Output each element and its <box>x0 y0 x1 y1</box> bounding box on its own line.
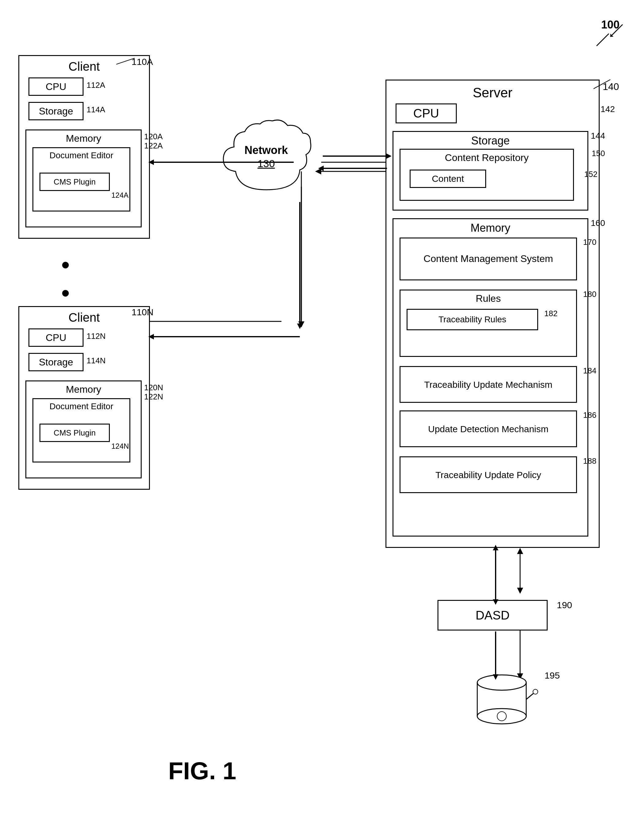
ref-120a: 120A <box>144 132 163 142</box>
diagram: 100 Client CPU 112A Storage 114A Memory … <box>0 0 644 831</box>
svg-marker-10 <box>298 322 304 328</box>
client-a-doceditor-box: Document Editor CMS Plugin 124A <box>32 147 130 212</box>
server-cpu-label: CPU <box>413 107 439 120</box>
client-n-label: Client <box>19 310 149 325</box>
client-a-memory-label: Memory <box>26 133 141 144</box>
ref-190: 190 <box>557 600 572 610</box>
svg-point-27 <box>533 689 538 694</box>
client-n-memory-box: Memory Document Editor CMS Plugin 124N <box>25 380 142 478</box>
figure-title: FIG. 1 <box>168 757 236 785</box>
rules-label: Rules <box>401 293 576 304</box>
ref-195: 195 <box>545 670 560 681</box>
svg-point-25 <box>497 712 506 721</box>
dasd-box: DASD <box>437 600 548 630</box>
svg-line-19 <box>116 58 135 64</box>
ref-122a: 122A <box>144 141 163 151</box>
svg-marker-13 <box>517 548 523 554</box>
client-n-cmsplugin-box: CMS Plugin <box>40 423 110 442</box>
client-n-doceditor-box: Document Editor CMS Plugin 124N <box>32 398 130 462</box>
network-ref: 130 <box>214 158 318 170</box>
ref-150: 150 <box>592 149 605 158</box>
svg-marker-35 <box>297 323 302 329</box>
ref-186: 186 <box>583 411 596 420</box>
client-a-cpu-box: CPU <box>29 78 84 96</box>
client-a-cmsplugin-label: CMS Plugin <box>54 177 95 187</box>
update-detection-label: Update Detection Mechanism <box>428 423 549 435</box>
server-memory-box: Memory Content Management System 170 Rul… <box>393 218 588 536</box>
server-storage-box: Storage Content Repository Content 152 1… <box>393 131 588 210</box>
ref-124n: 124N <box>111 442 129 451</box>
client-n-cpu-label: CPU <box>46 332 67 344</box>
client-a-storage-box: Storage <box>29 102 84 120</box>
ref-142: 142 <box>601 104 615 114</box>
cms-box: Content Management System <box>399 237 577 280</box>
disk-shape: 195 <box>474 673 542 742</box>
server-storage-label: Storage <box>393 134 587 147</box>
traceability-policy-box: Traceability Update Policy <box>399 456 577 493</box>
svg-point-21 <box>477 675 526 690</box>
ref-180: 180 <box>583 290 596 299</box>
client-a-cmsplugin-box: CMS Plugin <box>40 173 110 191</box>
svg-marker-14 <box>517 587 523 594</box>
ref-188: 188 <box>583 456 596 466</box>
ref-100-arrow <box>607 21 626 40</box>
ref-160: 160 <box>591 218 605 228</box>
client-a-storage-label: Storage <box>39 106 73 117</box>
ref-112n: 112N <box>87 331 105 341</box>
content-box: Content <box>410 170 486 188</box>
client-a-doceditor-label: Document Editor <box>33 151 129 161</box>
client-n-storage-label: Storage <box>39 357 73 368</box>
client-n-box: Client CPU 112N Storage 114N Memory Docu… <box>18 306 150 490</box>
traceability-update-label: Traceability Update Mechanism <box>424 379 552 390</box>
ref-122n: 122N <box>144 392 163 401</box>
traceability-rules-label: Traceability Rules <box>439 315 506 325</box>
network-cloud: Network 130 <box>214 116 318 202</box>
update-detection-box: Update Detection Mechanism <box>399 411 577 447</box>
ref-170: 170 <box>583 237 596 247</box>
ref-152: 152 <box>584 170 598 179</box>
client-a-memory-box: Memory Document Editor CMS Plugin 124A <box>25 129 142 228</box>
server-label: Server <box>386 85 599 100</box>
ellipsis-dots: •• <box>61 251 71 307</box>
content-label: Content <box>432 174 464 184</box>
server-box: Server CPU 142 Storage Content Repositor… <box>385 80 599 548</box>
content-repo-box: Content Repository Content 152 <box>399 149 574 201</box>
ref-114a: 114A <box>87 105 105 115</box>
ref-110a-line <box>116 55 141 67</box>
server-cpu-box: CPU <box>396 103 457 123</box>
ref-184: 184 <box>583 366 596 376</box>
ref-140-line <box>593 78 612 90</box>
ref-124a: 124A <box>111 191 129 199</box>
server-memory-label: Memory <box>393 221 587 234</box>
ref-144: 144 <box>591 131 605 141</box>
traceability-update-box: Traceability Update Mechanism <box>399 366 577 403</box>
client-a-cpu-label: CPU <box>46 81 67 92</box>
ref-110n: 110N <box>132 307 154 317</box>
svg-marker-33 <box>318 166 324 171</box>
client-n-cpu-box: CPU <box>29 328 84 347</box>
ref-182: 182 <box>544 309 557 318</box>
client-n-doceditor-label: Document Editor <box>33 401 129 411</box>
ref-114n: 114N <box>87 356 105 365</box>
traceability-rules-box: Traceability Rules <box>407 309 538 330</box>
disk-svg <box>474 673 542 741</box>
traceability-policy-label: Traceability Update Policy <box>435 469 541 481</box>
client-a-box: Client CPU 112A Storage 114A Memory Docu… <box>18 55 150 239</box>
client-n-storage-box: Storage <box>29 353 84 371</box>
cms-label: Content Management System <box>423 253 553 265</box>
svg-line-20 <box>593 80 611 89</box>
client-n-cmsplugin-label: CMS Plugin <box>54 428 95 438</box>
svg-line-17 <box>611 24 623 37</box>
rules-box: Rules Traceability Rules 182 <box>399 290 577 357</box>
ref-120n: 120N <box>144 383 163 392</box>
content-repo-label: Content Repository <box>401 152 573 164</box>
network-label: Network <box>214 144 318 157</box>
client-n-memory-label: Memory <box>26 384 141 395</box>
svg-line-0 <box>596 33 609 46</box>
ref-112a: 112A <box>87 81 105 90</box>
dasd-label: DASD <box>475 608 509 622</box>
